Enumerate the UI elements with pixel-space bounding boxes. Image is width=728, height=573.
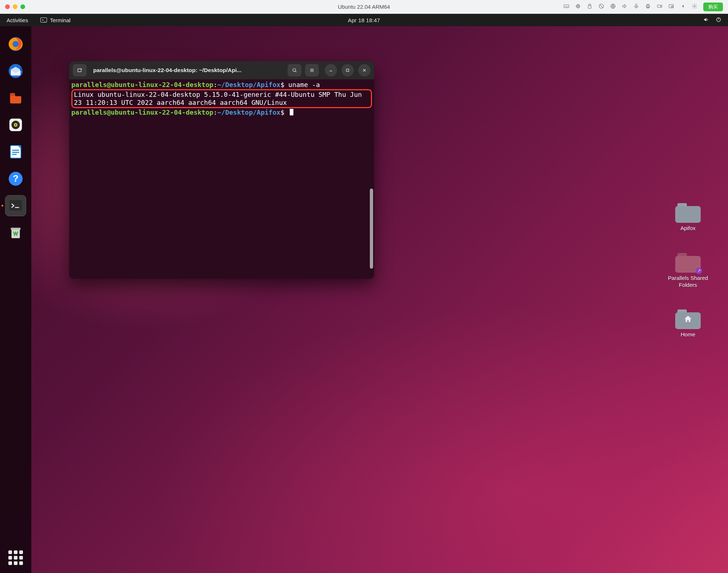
svg-rect-36 (347, 69, 349, 72)
terminal-scrollbar[interactable] (370, 189, 373, 269)
home-icon (675, 309, 701, 329)
dock-trash[interactable] (5, 222, 26, 243)
highlighted-output: Linux ubuntu-linux-22-04-desktop 5.15.0-… (71, 89, 372, 108)
dock-libreoffice-writer[interactable] (5, 141, 26, 162)
camera-icon[interactable] (657, 3, 662, 10)
svg-point-23 (15, 124, 16, 126)
desktop-icon-apifox[interactable]: Apifox (659, 203, 717, 232)
minimize-button[interactable] (325, 64, 337, 76)
desktop-icon-home[interactable]: Home (659, 309, 717, 338)
search-button[interactable] (288, 64, 301, 76)
show-applications-button[interactable] (8, 550, 23, 565)
folder-icon (675, 309, 701, 329)
mic-icon[interactable] (633, 3, 639, 10)
dock-files[interactable] (5, 87, 26, 108)
terminal-line-prompt2: parallels@ubuntu-linux-22-04-desktop:~/D… (71, 108, 372, 116)
dock-firefox[interactable] (5, 33, 26, 55)
topbar-app-menu[interactable]: >_ Terminal (40, 17, 71, 23)
folder-icon: ↗ (675, 253, 701, 273)
svg-rect-9 (647, 4, 649, 5)
svg-rect-30 (9, 200, 22, 211)
desktop-icon-label: Parallels Shared Folders (659, 275, 717, 289)
folder-icon (675, 203, 701, 223)
svg-rect-31 (15, 207, 19, 208)
keyboard-icon[interactable] (563, 3, 569, 10)
link-badge-icon: ↗ (696, 268, 702, 274)
share-icon[interactable] (598, 3, 604, 10)
dock-rhythmbox[interactable] (5, 114, 26, 135)
svg-rect-0 (564, 5, 569, 8)
pip-icon[interactable] (668, 3, 674, 10)
dock-terminal[interactable] (5, 195, 26, 216)
svg-rect-26 (12, 152, 19, 153)
usb-icon[interactable] (587, 3, 593, 10)
svg-rect-11 (657, 5, 661, 8)
svg-point-35 (293, 68, 296, 71)
traffic-lights (5, 4, 25, 9)
sound-icon[interactable] (622, 3, 628, 10)
svg-rect-3 (589, 4, 590, 5)
power-icon[interactable] (716, 17, 721, 24)
printer-icon[interactable] (645, 3, 651, 10)
close-icon[interactable] (5, 4, 10, 9)
terminal-line-prompt1: parallels@ubuntu-linux-22-04-desktop:~/D… (71, 81, 372, 89)
dock-thunderbird[interactable] (5, 60, 26, 82)
gnome-topbar: Activities >_ Terminal Apr 18 18:47 (0, 14, 728, 26)
terminal-body[interactable]: parallels@ubuntu-linux-22-04-desktop:~/D… (69, 79, 374, 279)
guest-screen: Activities >_ Terminal Apr 18 18:47 (0, 14, 728, 573)
svg-rect-27 (12, 154, 16, 155)
hamburger-menu-button[interactable] (305, 64, 319, 76)
svg-text:?: ? (13, 173, 18, 183)
svg-rect-2 (577, 5, 579, 7)
desktop-icon-label: Home (681, 331, 695, 338)
terminal-icon: >_ (40, 17, 47, 23)
cpu-icon[interactable] (575, 3, 581, 10)
terminal-window-title: parallels@ubuntu-linux-22-04-desktop: ~/… (90, 67, 284, 74)
svg-rect-25 (12, 150, 19, 151)
svg-rect-19 (10, 93, 15, 96)
terminal-titlebar[interactable]: parallels@ubuntu-linux-22-04-desktop: ~/… (69, 61, 374, 79)
topbar-clock[interactable]: Apr 18 18:47 (348, 17, 380, 23)
new-tab-button[interactable] (73, 64, 87, 76)
dock-help[interactable]: ? (5, 168, 26, 189)
svg-rect-7 (636, 4, 637, 7)
terminal-output: Linux ubuntu-linux-22-04-desktop 5.15.0-… (74, 91, 369, 107)
zoom-icon[interactable] (20, 4, 25, 9)
activities-button[interactable]: Activities (7, 17, 28, 23)
svg-rect-33 (11, 228, 21, 230)
host-window-title: Ubuntu 22.04 ARM64 (338, 4, 390, 10)
host-titlebar: Ubuntu 22.04 ARM64 购买 (0, 0, 728, 14)
maximize-button[interactable] (341, 64, 354, 76)
back-icon[interactable] (680, 3, 686, 10)
desktop-icon-label: Apifox (680, 225, 696, 232)
svg-rect-1 (577, 5, 579, 8)
host-toolbar: 购买 (563, 3, 723, 11)
cursor-icon (290, 109, 293, 115)
desktop-icons: Apifox ↗ Parallels Shared Folders Home (659, 203, 717, 338)
terminal-window: parallels@ubuntu-linux-22-04-desktop: ~/… (69, 61, 374, 279)
close-button[interactable] (358, 64, 371, 76)
svg-rect-4 (588, 5, 591, 8)
gear-icon[interactable] (692, 3, 697, 10)
network-icon[interactable] (610, 3, 616, 10)
volume-icon[interactable] (703, 17, 709, 24)
terminal-command: uname -a (288, 81, 320, 88)
svg-point-17 (12, 41, 19, 47)
dock: ? (0, 26, 31, 573)
desktop-icon-parallels-shared[interactable]: ↗ Parallels Shared Folders (659, 253, 717, 289)
topbar-app-name: Terminal (50, 17, 71, 23)
svg-point-14 (694, 5, 695, 7)
svg-rect-34 (78, 69, 81, 72)
minimize-icon[interactable] (13, 4, 17, 9)
svg-rect-13 (671, 6, 673, 7)
buy-button[interactable]: 购买 (703, 3, 723, 11)
